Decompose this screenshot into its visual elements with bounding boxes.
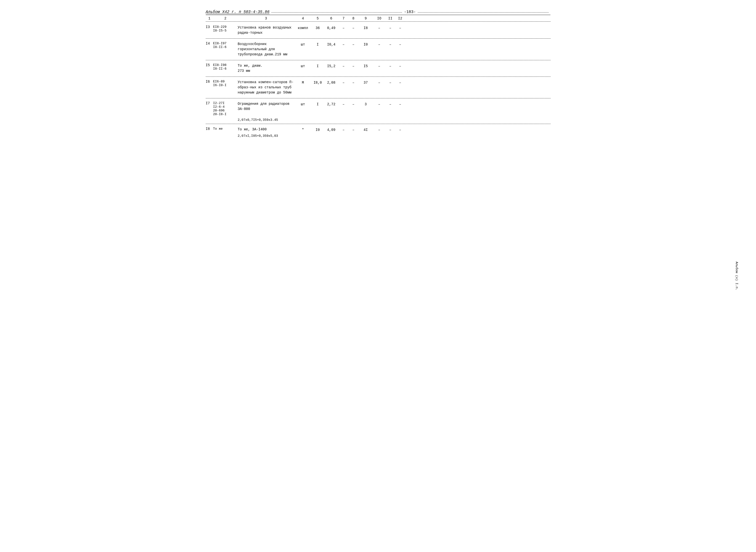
row-col8: – (349, 80, 358, 85)
row-col8: – (349, 25, 358, 30)
row-col11: – (386, 127, 395, 132)
row-description: Установка кранов воздушных радиа-торных (238, 25, 295, 35)
row-id: I4 (206, 41, 213, 45)
row-description: Воздухосборник горизонтальный для трубоп… (238, 41, 295, 57)
row-col9: 37 (358, 80, 373, 85)
row-col7: – (339, 41, 349, 46)
row-col5: I0 (312, 127, 324, 132)
row-col12: – (395, 25, 405, 30)
row-col12: – (395, 41, 405, 46)
formula-cell: 2,07x0,7I5+0,359x3.45 (238, 118, 295, 122)
row-col10: – (373, 80, 386, 85)
row-col12: – (395, 80, 405, 85)
col-header-6: 6 (324, 16, 339, 20)
row-unit: шт (295, 101, 312, 106)
row-col10: – (373, 127, 386, 132)
row-col9: I5 (358, 63, 373, 68)
row-col9: I0 (358, 41, 373, 46)
row-col8: – (349, 127, 358, 132)
col-header-2: 2 (213, 16, 238, 20)
row-col11: – (386, 80, 395, 85)
row-col6: 2,08 (324, 80, 339, 85)
row-description: То же, ЗА-I400 (238, 127, 295, 132)
col-header-12: I2 (395, 16, 405, 20)
row-col5: I (312, 41, 324, 46)
formula-cell: 2,07xI,I05+0,359x5,03 (238, 134, 295, 138)
row-col7: – (339, 101, 349, 106)
row-code: То же (213, 127, 238, 131)
header-dashes-right (418, 12, 548, 13)
header-page: -183- (404, 10, 416, 14)
row-id: I8 (206, 127, 213, 131)
row-col5: I (312, 63, 324, 68)
data-rows: I3 EI8-229I8-I5-5 Установка кранов возду… (206, 24, 550, 138)
row-unit: компл (295, 25, 312, 30)
row-code: EI8-I97I8-II-6 (213, 41, 238, 49)
formula-row: 2,07x0,7I5+0,359x3.45 (206, 118, 550, 122)
row-col10: – (373, 25, 386, 30)
table-row: I3 EI8-229I8-I5-5 Установка кранов возду… (206, 24, 550, 37)
col-header-3: 3 (238, 16, 295, 20)
row-code: EI6-89I6-I0-I (213, 80, 238, 87)
row-col9: 4I (358, 127, 373, 132)
row-code: EI8-229I8-I5-5 (213, 25, 238, 32)
col-header-7: 7 (339, 16, 349, 20)
row-description: Ограждения для радиаторовЗА-800 (238, 101, 295, 112)
row-col7: – (339, 63, 349, 68)
row-col9: 3 (358, 101, 373, 106)
row-separator (206, 77, 550, 77)
row-code: EI8-I98I8-II-6 (213, 63, 238, 71)
row-col12: – (395, 101, 405, 106)
header-dashes (272, 12, 402, 13)
row-col11: – (386, 63, 395, 68)
row-col11: – (386, 25, 395, 30)
row-col8: – (349, 101, 358, 106)
row-col6: 4,09 (324, 127, 339, 132)
row-separator (206, 38, 550, 39)
col-header-11: II (386, 16, 395, 20)
col-header-9: 9 (358, 16, 373, 20)
row-col6: 0,49 (324, 25, 339, 30)
row-col5: 36 (312, 25, 324, 30)
row-separator (206, 124, 550, 124)
table-row: I5 EI8-I98I8-II-6 То же, диам.273 мм шт … (206, 62, 550, 75)
row-col12: – (395, 127, 405, 132)
row-col9: I8 (358, 25, 373, 30)
row-unit: шт (295, 41, 312, 46)
row-col7: – (339, 25, 349, 30)
row-col10: – (373, 63, 386, 68)
row-id: I5 (206, 63, 213, 67)
row-col12: – (395, 63, 405, 68)
column-headers: 1 2 3 4 5 6 7 8 9 IO II I2 (206, 15, 550, 22)
row-col6: I5,2 (324, 63, 339, 68)
header-line: Альбом Х42 г. п 503-4-35.86 -183- (206, 10, 550, 15)
row-col11: – (386, 101, 395, 106)
col-header-1: 1 (206, 16, 213, 20)
row-code: I2-27II2-6-420-69620-I8-I (213, 101, 238, 116)
header-title: Альбом Х42 г. п 503-4-35.86 (206, 10, 269, 14)
col-header-4: 4 (295, 16, 312, 20)
row-id: I3 (206, 25, 213, 29)
row-unit: М (295, 80, 312, 85)
row-unit: " (295, 127, 312, 132)
table-row: I6 EI6-89I6-I0-I Установка компен-саторо… (206, 78, 550, 97)
row-col8: – (349, 41, 358, 46)
row-unit: шт (295, 63, 312, 68)
row-id: I7 (206, 101, 213, 105)
row-col5: I8,0 (312, 80, 324, 85)
table-row: I8 То же То же, ЗА-I400 " I0 4,09 – – 4I… (206, 125, 550, 134)
table-row: I4 EI8-I97I8-II-6 Воздухосборник горизон… (206, 40, 550, 58)
row-col7: – (339, 127, 349, 132)
row-col6: I0,4 (324, 41, 339, 46)
table-row: I7 I2-27II2-6-420-69620-I8-I Ограждения … (206, 100, 550, 118)
row-col5: I (312, 101, 324, 106)
row-col10: – (373, 41, 386, 46)
page-wrapper: Альбом Х42 г. п 503-4-35.86 -183- 1 2 3 … (206, 10, 550, 138)
row-col8: – (349, 63, 358, 68)
col-header-5: 5 (312, 16, 324, 20)
row-col7: – (339, 80, 349, 85)
row-description: Установка компен-саторов П-образ-ных из … (238, 80, 295, 95)
row-id: I6 (206, 80, 213, 84)
formula-row: 2,07xI,I05+0,359x5,03 (206, 134, 550, 138)
col-header-8: 8 (349, 16, 358, 20)
